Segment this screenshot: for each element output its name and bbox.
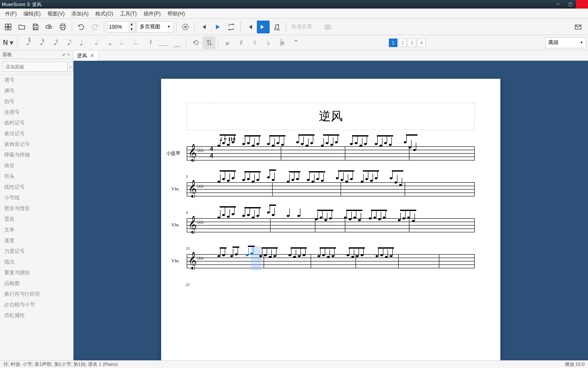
note-8th[interactable]: 𝅘𝅥𝅮 xyxy=(61,36,74,49)
note[interactable] xyxy=(375,177,377,179)
note[interactable] xyxy=(291,179,294,181)
note[interactable] xyxy=(218,181,220,183)
play-button[interactable] xyxy=(211,21,224,33)
note[interactable] xyxy=(227,180,229,182)
note[interactable] xyxy=(370,180,373,182)
menu-view[interactable]: 视图(V) xyxy=(44,9,68,19)
tab-document[interactable]: 逆风 ✕ xyxy=(74,50,99,61)
voice-3[interactable]: 3 xyxy=(408,39,416,47)
note[interactable] xyxy=(312,181,314,183)
note[interactable] xyxy=(353,217,356,219)
loop-out-button[interactable] xyxy=(257,21,270,33)
palette-item[interactable]: 震音 xyxy=(0,214,73,225)
palette-item[interactable]: 谱号 xyxy=(0,75,73,86)
swap-button[interactable]: ⇅ xyxy=(203,36,215,49)
palette-item[interactable]: 临时记号 xyxy=(0,118,73,128)
note[interactable] xyxy=(390,255,392,257)
note[interactable] xyxy=(222,214,225,216)
note[interactable] xyxy=(242,143,245,145)
note[interactable] xyxy=(218,145,220,147)
note[interactable] xyxy=(222,254,225,256)
score-page[interactable]: 逆风 ♩ = 110 小提琴 𝄞 ♭♭♭ 44 5 xyxy=(161,79,500,360)
note-32nd[interactable]: 𝅘𝅥𝅰 xyxy=(34,36,47,49)
loop-in-button[interactable] xyxy=(243,21,256,33)
palette-item[interactable]: 指法 xyxy=(0,257,73,267)
palette-item[interactable]: 换行符与行距符 xyxy=(0,289,73,300)
note[interactable] xyxy=(369,217,371,220)
palette-item[interactable]: 文本 xyxy=(0,225,73,235)
note[interactable] xyxy=(298,255,300,257)
note[interactable] xyxy=(378,218,381,220)
print-button[interactable] xyxy=(56,21,69,33)
note[interactable] xyxy=(287,181,289,183)
note[interactable] xyxy=(345,181,348,183)
note[interactable] xyxy=(272,179,274,181)
palette-item[interactable]: 占位框与小节 xyxy=(0,300,73,310)
note[interactable] xyxy=(256,215,259,217)
palette-item[interactable]: 速度 xyxy=(0,235,73,246)
note[interactable] xyxy=(247,142,250,144)
note[interactable] xyxy=(349,218,351,220)
note[interactable] xyxy=(384,142,387,144)
new-file-button[interactable] xyxy=(2,21,15,33)
minimize-button[interactable]: ─ xyxy=(552,0,564,9)
save-button[interactable] xyxy=(29,21,42,33)
note-input-button[interactable]: N ▾ xyxy=(2,36,15,49)
palette-item[interactable]: 奏法记号 xyxy=(0,128,73,139)
note[interactable] xyxy=(259,255,262,257)
score-viewport[interactable]: 逆风 ♩ = 110 小提琴 𝄞 ♭♭♭ 44 5 xyxy=(74,61,588,360)
palette-item[interactable]: 呼吸与停顿 xyxy=(0,150,73,160)
undock-icon[interactable]: ⬈ xyxy=(62,52,65,57)
note[interactable] xyxy=(247,214,250,216)
note[interactable] xyxy=(252,217,254,219)
note[interactable] xyxy=(272,145,274,147)
note[interactable] xyxy=(403,217,405,220)
note[interactable] xyxy=(389,144,391,146)
mail-icon[interactable] xyxy=(572,21,585,33)
marcato-button[interactable]: ⌃ xyxy=(289,36,302,49)
note[interactable] xyxy=(267,176,270,178)
note[interactable] xyxy=(252,181,254,183)
note[interactable] xyxy=(296,178,299,180)
note[interactable] xyxy=(218,255,220,257)
note[interactable] xyxy=(383,217,385,219)
note[interactable] xyxy=(336,177,338,179)
note-half[interactable]: 𝅗𝅥 xyxy=(88,36,101,49)
slur-button[interactable]: ⁔ xyxy=(171,36,183,49)
note[interactable] xyxy=(218,217,220,219)
note[interactable] xyxy=(320,217,322,219)
note[interactable] xyxy=(264,254,267,256)
note[interactable] xyxy=(269,256,271,258)
note[interactable] xyxy=(359,145,362,147)
note[interactable] xyxy=(276,142,279,144)
note[interactable] xyxy=(361,254,363,256)
note[interactable] xyxy=(316,178,319,180)
palette-item[interactable]: 线性记号 xyxy=(0,182,73,193)
note[interactable] xyxy=(287,215,289,217)
note[interactable] xyxy=(288,254,291,256)
note[interactable] xyxy=(344,217,347,219)
note[interactable] xyxy=(267,143,270,145)
note[interactable] xyxy=(250,252,253,255)
menu-edit[interactable]: 编辑(E) xyxy=(20,9,44,19)
camera-button[interactable] xyxy=(321,21,334,33)
note[interactable] xyxy=(242,179,245,181)
note[interactable] xyxy=(341,179,343,181)
note[interactable] xyxy=(350,178,353,180)
note[interactable] xyxy=(376,255,378,257)
note[interactable] xyxy=(404,141,406,143)
note[interactable] xyxy=(222,142,225,144)
zoom-input[interactable] xyxy=(107,24,128,30)
loop-button[interactable] xyxy=(225,21,238,33)
note[interactable] xyxy=(256,143,259,145)
note[interactable] xyxy=(355,142,357,144)
note[interactable] xyxy=(398,219,400,221)
note[interactable] xyxy=(222,178,225,180)
tie-button[interactable]: ___ xyxy=(157,36,170,49)
note[interactable] xyxy=(306,145,308,147)
panel-close-icon[interactable]: ✕ xyxy=(67,52,71,57)
rest-button[interactable]: 𝄽 xyxy=(143,36,156,49)
note[interactable] xyxy=(235,253,238,255)
view-mode-select[interactable]: 多页视图▼ xyxy=(137,21,173,33)
note[interactable] xyxy=(347,254,349,256)
